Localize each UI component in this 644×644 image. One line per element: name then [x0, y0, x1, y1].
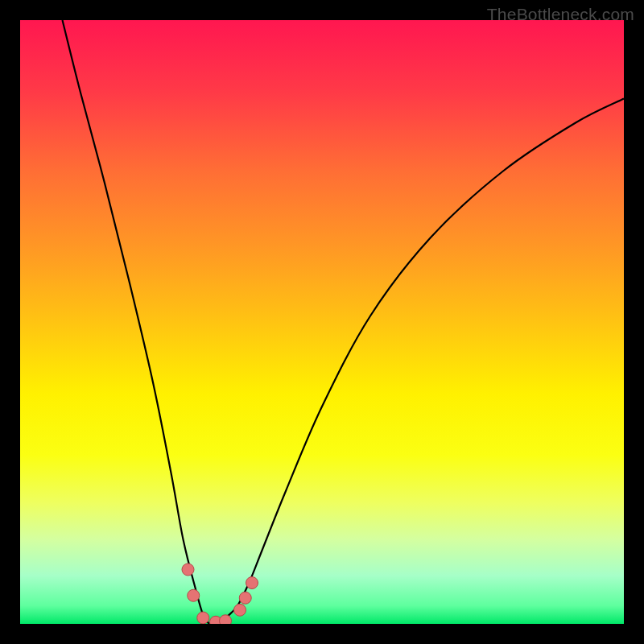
point-g: [239, 592, 251, 604]
watermark: TheBottleneck.com: [487, 5, 634, 24]
point-a: [182, 564, 194, 576]
curve-svg: [20, 20, 624, 624]
point-h: [246, 577, 258, 589]
plot-area: [20, 20, 624, 624]
point-b: [188, 589, 200, 601]
markers-group: [182, 564, 258, 624]
point-e: [220, 615, 232, 624]
bottleneck-curve: [63, 20, 625, 624]
chart-container: TheBottleneck.com: [0, 0, 644, 644]
point-c: [197, 612, 209, 624]
point-f: [234, 604, 246, 616]
